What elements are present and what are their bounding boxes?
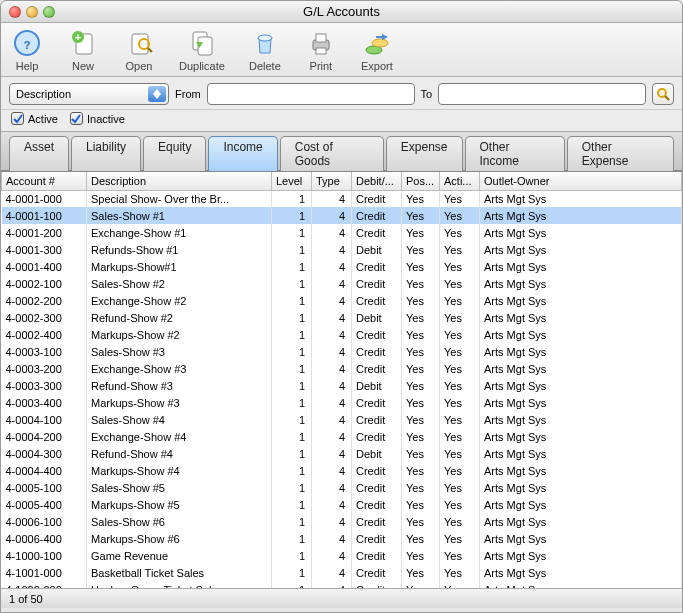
cell-dc: Debit <box>352 377 402 394</box>
cell-type: 4 <box>312 190 352 207</box>
column-header[interactable]: Outlet-Owner <box>480 172 682 190</box>
cell-type: 4 <box>312 275 352 292</box>
table-row[interactable]: 4-0006-100Sales-Show #614CreditYesYesArt… <box>2 513 682 530</box>
cell-pos: Yes <box>402 326 440 343</box>
toolbar-label: Help <box>16 60 39 72</box>
table-row[interactable]: 4-0005-100Sales-Show #514CreditYesYesArt… <box>2 479 682 496</box>
cell-pos: Yes <box>402 207 440 224</box>
svg-point-11 <box>258 35 272 41</box>
table-row[interactable]: 4-0003-100Sales-Show #314CreditYesYesArt… <box>2 343 682 360</box>
filter-field-select[interactable]: Description <box>9 83 169 105</box>
active-checkbox[interactable]: Active <box>11 112 58 125</box>
toolbar-print-button[interactable]: Print <box>305 27 337 72</box>
cell-acct: 4-0001-200 <box>2 224 87 241</box>
column-header[interactable]: Description <box>87 172 272 190</box>
toolbar-duplicate-button[interactable]: Duplicate <box>179 27 225 72</box>
cell-dc: Credit <box>352 326 402 343</box>
table-row[interactable]: 4-0001-100Sales-Show #114CreditYesYesArt… <box>2 207 682 224</box>
cell-pos: Yes <box>402 411 440 428</box>
from-input[interactable] <box>207 83 415 105</box>
inactive-checkbox[interactable]: Inactive <box>70 112 125 125</box>
cell-dc: Credit <box>352 360 402 377</box>
tab-liability[interactable]: Liability <box>71 136 141 171</box>
to-input[interactable] <box>438 83 646 105</box>
cell-lvl: 1 <box>272 462 312 479</box>
column-header[interactable]: Pos... <box>402 172 440 190</box>
new-icon: + <box>67 27 99 59</box>
from-label: From <box>175 88 201 100</box>
tab-expense[interactable]: Expense <box>386 136 463 171</box>
cell-desc: Exchange-Show #1 <box>87 224 272 241</box>
table-row[interactable]: 4-0002-300Refund-Show #214DebitYesYesArt… <box>2 309 682 326</box>
table-row[interactable]: 4-0004-400Markups-Show #414CreditYesYesA… <box>2 462 682 479</box>
table-row[interactable]: 4-0003-400Markups-Show #314CreditYesYesA… <box>2 394 682 411</box>
cell-acct: 4-0001-000 <box>2 190 87 207</box>
delete-icon <box>249 27 281 59</box>
cell-lvl: 1 <box>272 292 312 309</box>
column-header[interactable]: Level <box>272 172 312 190</box>
zoom-window-button[interactable] <box>43 6 55 18</box>
table-row[interactable]: 4-0001-000Special Show- Over the Br...14… <box>2 190 682 207</box>
table-row[interactable]: 4-0002-400Markups-Show #214CreditYesYesA… <box>2 326 682 343</box>
help-icon: ? <box>11 27 43 59</box>
table-row[interactable]: 4-0002-200Exchange-Show #214CreditYesYes… <box>2 292 682 309</box>
to-label: To <box>421 88 433 100</box>
cell-act: Yes <box>440 513 480 530</box>
cell-act: Yes <box>440 360 480 377</box>
table-row[interactable]: 4-0005-400Markups-Show #514CreditYesYesA… <box>2 496 682 513</box>
tab-asset[interactable]: Asset <box>9 136 69 171</box>
tab-income[interactable]: Income <box>208 136 277 171</box>
table-row[interactable]: 4-0004-300Refund-Show #414DebitYesYesArt… <box>2 445 682 462</box>
cell-desc: Sales-Show #2 <box>87 275 272 292</box>
cell-pos: Yes <box>402 530 440 547</box>
cell-dc: Credit <box>352 564 402 581</box>
tab-equity[interactable]: Equity <box>143 136 206 171</box>
toolbar-help-button[interactable]: ?Help <box>11 27 43 72</box>
cell-lvl: 1 <box>272 581 312 588</box>
column-header[interactable]: Account # <box>2 172 87 190</box>
column-header[interactable]: Acti... <box>440 172 480 190</box>
cell-act: Yes <box>440 547 480 564</box>
table-row[interactable]: 4-0003-300Refund-Show #314DebitYesYesArt… <box>2 377 682 394</box>
table-row[interactable]: 4-1000-100Game Revenue14CreditYesYesArts… <box>2 547 682 564</box>
cell-type: 4 <box>312 241 352 258</box>
table-row[interactable]: 4-0002-100Sales-Show #214CreditYesYesArt… <box>2 275 682 292</box>
table-row[interactable]: 4-1002-000Hockey Game Ticket Sales14Cred… <box>2 581 682 588</box>
column-header[interactable]: Type <box>312 172 352 190</box>
toolbar-delete-button[interactable]: Delete <box>249 27 281 72</box>
cell-type: 4 <box>312 479 352 496</box>
cell-act: Yes <box>440 343 480 360</box>
cell-pos: Yes <box>402 581 440 588</box>
table-row[interactable]: 4-0004-100Sales-Show #414CreditYesYesArt… <box>2 411 682 428</box>
table-row[interactable]: 4-0001-400Markups-Show#114CreditYesYesAr… <box>2 258 682 275</box>
cell-acct: 4-0006-400 <box>2 530 87 547</box>
column-header[interactable]: Debit/... <box>352 172 402 190</box>
table-row[interactable]: 4-0001-200Exchange-Show #114CreditYesYes… <box>2 224 682 241</box>
cell-dc: Debit <box>352 241 402 258</box>
minimize-window-button[interactable] <box>26 6 38 18</box>
cell-acct: 4-0003-300 <box>2 377 87 394</box>
cell-lvl: 1 <box>272 275 312 292</box>
table-row[interactable]: 4-1001-000Basketball Ticket Sales14Credi… <box>2 564 682 581</box>
tab-other-expense[interactable]: Other Expense <box>567 136 674 171</box>
table-row[interactable]: 4-0001-300Refunds-Show #114DebitYesYesAr… <box>2 241 682 258</box>
toolbar-new-button[interactable]: +New <box>67 27 99 72</box>
toolbar-export-button[interactable]: Export <box>361 27 393 72</box>
cell-lvl: 1 <box>272 326 312 343</box>
cell-act: Yes <box>440 428 480 445</box>
search-button[interactable] <box>652 83 674 105</box>
cell-desc: Sales-Show #3 <box>87 343 272 360</box>
tab-other-income[interactable]: Other Income <box>465 136 565 171</box>
table-row[interactable]: 4-0006-400Markups-Show #614CreditYesYesA… <box>2 530 682 547</box>
toolbar-open-button[interactable]: Open <box>123 27 155 72</box>
tab-cost-of-goods[interactable]: Cost of Goods <box>280 136 384 171</box>
cell-lvl: 1 <box>272 258 312 275</box>
table-row[interactable]: 4-0004-200Exchange-Show #414CreditYesYes… <box>2 428 682 445</box>
cell-lvl: 1 <box>272 411 312 428</box>
close-window-button[interactable] <box>9 6 21 18</box>
cell-own: Arts Mgt Sys <box>480 377 682 394</box>
accounts-table-scroll[interactable]: Account #DescriptionLevelTypeDebit/...Po… <box>1 171 682 588</box>
table-row[interactable]: 4-0003-200Exchange-Show #314CreditYesYes… <box>2 360 682 377</box>
cell-desc: Game Revenue <box>87 547 272 564</box>
cell-act: Yes <box>440 581 480 588</box>
